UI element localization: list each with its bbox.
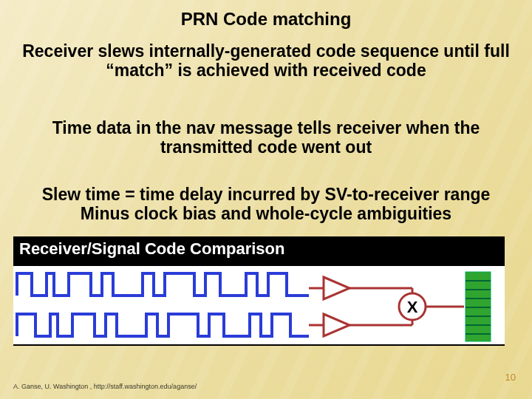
diagram-heading-text: Receiver/Signal Code Comparison (19, 239, 284, 258)
paragraph-2: Time data in the nav message tells recei… (7, 118, 525, 157)
paragraph-3: Slew time = time delay incurred by SV-to… (22, 185, 510, 224)
diagram-heading-bar: Receiver/Signal Code Comparison (13, 236, 505, 265)
combiner: X (399, 293, 464, 320)
diagram-svg: X (13, 266, 505, 347)
amp-bottom (309, 314, 412, 336)
paragraph-1: Receiver slews internally-generated code… (7, 41, 525, 81)
code-comparison-diagram: X (13, 265, 505, 346)
bottom-code-wave (17, 314, 309, 336)
slide: PRN Code matching Receiver slews interna… (0, 0, 532, 399)
amp-top (309, 277, 412, 299)
combiner-symbol: X (407, 298, 418, 316)
top-code-wave (17, 273, 309, 296)
slide-title: PRN Code matching (0, 9, 532, 30)
footer-attribution: A. Ganse, U. Washington , http://staff.w… (13, 383, 197, 390)
page-number: 10 (505, 372, 516, 383)
output-bars (466, 272, 491, 341)
